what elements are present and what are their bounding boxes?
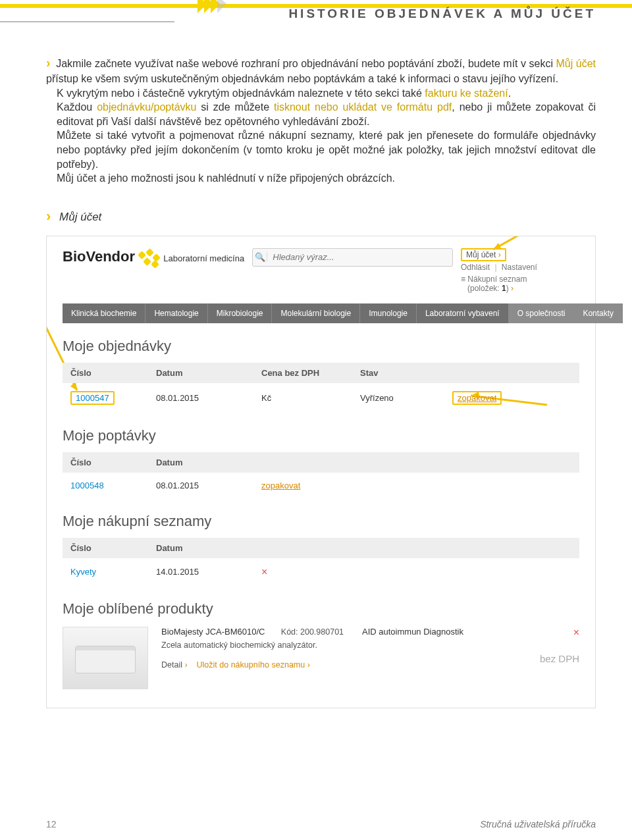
menu-item[interactable]: Klinická biochemie (63, 303, 145, 323)
list-date: 14.01.2015 (156, 567, 261, 577)
price-label: bez DPH (500, 653, 579, 664)
order-repeat-link[interactable]: zopakovat (452, 391, 502, 405)
screenshot-mock: BioVendor Laboratorní medicína 🔍 (46, 236, 596, 708)
lists-row: Kyvety 14.01.2015 × (63, 558, 579, 586)
account-panel: Můj účet › Odhlásit | Nastavení ≡ Nákupn… (461, 248, 579, 293)
search-box: 🔍 (252, 248, 453, 267)
orders-heading: Moje objednávky (63, 338, 579, 355)
inquiries-header-row: Číslo Datum (63, 452, 579, 473)
save-to-list-link[interactable]: Uložit do nákupního seznamu › (197, 660, 310, 669)
orders-header-row: Číslo Datum Cena bez DPH Stav (63, 363, 579, 383)
product-brand: AID autoimmun Diagnostik (362, 627, 487, 637)
delete-icon[interactable]: × (261, 566, 267, 577)
orders-row: 1000547 08.01.2015 Kč Vyřízeno zopakovat (63, 383, 579, 413)
header-area: HISTORIE OBJEDNÁVEK A MŮJ ÚČET (46, 0, 596, 29)
detail-link[interactable]: Detail › (161, 660, 188, 669)
remove-favorite-icon[interactable]: × (573, 627, 579, 638)
logo: BioVendor Laboratorní medicína (63, 248, 244, 269)
intro-text: › Jakmile začnete využívat naše webové r… (46, 54, 596, 186)
product-desc: Zcela automatický biochemický analyzátor… (161, 641, 349, 650)
my-account-link[interactable]: Můj účet › (461, 248, 506, 261)
lists-header-row: Číslo Datum (63, 538, 579, 558)
inquiries-row: 1000548 08.01.2015 zopakovat (63, 473, 579, 498)
settings-link[interactable]: Nastavení (502, 263, 537, 272)
main-menu: Klinická biochemie Hematologie Mikrobiol… (63, 303, 579, 323)
order-price: Kč (261, 393, 360, 403)
order-status: Vyřízeno (360, 393, 452, 403)
list-name-link[interactable]: Kyvety (70, 567, 96, 577)
inquiry-repeat-link[interactable]: zopakovat (261, 481, 300, 490)
page-number: 12 (46, 819, 57, 829)
page-title: HISTORIE OBJEDNÁVEK A MŮJ ÚČET (288, 7, 596, 21)
search-input[interactable] (267, 249, 452, 265)
menu-item[interactable]: O společnosti (509, 303, 575, 323)
menu-item[interactable]: Kontakty (574, 303, 623, 323)
favorite-item: BioMajesty JCA-BM6010/C Kód: 200.980701 … (63, 627, 579, 689)
menu-item[interactable]: Molekulární biologie (272, 303, 360, 323)
logout-link[interactable]: Odhlásit (461, 263, 490, 272)
lists-heading: Moje nákupní seznamy (63, 513, 579, 530)
inquiry-date: 08.01.2015 (156, 481, 261, 490)
inquiry-number-link[interactable]: 1000548 (70, 481, 104, 490)
product-title: BioMajesty JCA-BM6010/C (161, 627, 265, 637)
guide-label: Stručná uživatelská příručka (480, 819, 596, 829)
order-date: 08.01.2015 (156, 393, 261, 403)
menu-item[interactable]: Mikrobiologie (208, 303, 273, 323)
page-footer: 12 Stručná uživatelská příručka (0, 819, 632, 829)
inquiries-heading: Moje poptávky (63, 427, 579, 444)
product-image (63, 627, 148, 689)
menu-item[interactable]: Hematologie (145, 303, 207, 323)
figure-caption: Můj účet (46, 208, 596, 225)
menu-item[interactable]: Laboratorní vybavení (417, 303, 509, 323)
gray-rule (0, 21, 174, 22)
order-number-link[interactable]: 1000547 (70, 391, 115, 405)
search-icon: 🔍 (253, 252, 267, 262)
bullet-caret-icon: › (46, 55, 51, 70)
menu-item[interactable]: Imunologie (360, 303, 417, 323)
cart-summary[interactable]: ≡ Nákupní seznam (položek: 1) › (461, 275, 579, 293)
chevron-decor (198, 0, 224, 13)
favs-heading: Moje oblíbené produkty (63, 600, 579, 617)
